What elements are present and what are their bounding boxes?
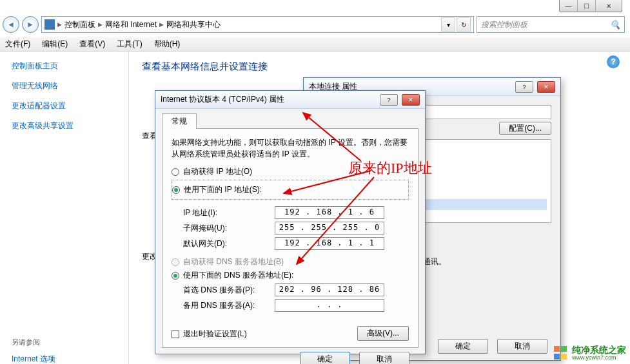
dialog-title-bar[interactable]: Internet 协议版本 4 (TCP/IPv4) 属性 ? ✕ xyxy=(155,91,425,109)
ok-button[interactable]: 确定 xyxy=(300,352,350,364)
dialog-title: Internet 协议版本 4 (TCP/IPv4) 属性 xyxy=(161,94,284,105)
gateway-input[interactable]: 192 . 168 . 1 . 1 xyxy=(275,237,384,250)
minimize-button[interactable]: — xyxy=(560,0,578,12)
validate-on-exit-checkbox[interactable]: 退出时验证设置(L) xyxy=(172,329,247,340)
chevron-right-icon: ▶ xyxy=(57,21,62,28)
cancel-button[interactable]: 取消 xyxy=(359,352,409,364)
annotation-text: 原来的IP地址 xyxy=(348,158,432,178)
menu-tools[interactable]: 工具(T) xyxy=(117,39,142,50)
radio-icon xyxy=(172,186,180,194)
radio-label: 使用下面的 DNS 服务器地址(E): xyxy=(183,270,293,281)
side-panel: 控制面板主页 管理无线网络 更改适配器设置 更改高级共享设置 另请参阅 Inte… xyxy=(0,52,129,364)
tab-general[interactable]: 常规 xyxy=(162,113,197,129)
chevron-right-icon: ▶ xyxy=(98,21,103,28)
refresh-button[interactable]: ↻ xyxy=(457,17,471,32)
ip-address-input[interactable]: 192 . 168 . 1 . 6 xyxy=(275,206,384,219)
help-button[interactable]: ? xyxy=(515,81,533,93)
ipv4-properties-dialog: Internet 协议版本 4 (TCP/IPv4) 属性 ? ✕ 常规 如果网… xyxy=(155,90,426,354)
close-button[interactable]: ✕ xyxy=(596,0,622,12)
menu-view[interactable]: 查看(V) xyxy=(79,39,105,50)
maximize-button[interactable]: ☐ xyxy=(578,0,596,12)
close-button[interactable]: ✕ xyxy=(537,81,555,93)
radio-use-ip[interactable]: 使用下面的 IP 地址(S): xyxy=(172,184,408,195)
dns2-label: 备用 DNS 服务器(A): xyxy=(172,300,275,311)
gateway-label: 默认网关(D): xyxy=(172,238,275,249)
search-icon: 🔍 xyxy=(610,20,620,30)
dns1-label: 首选 DNS 服务器(P): xyxy=(172,285,275,296)
sidebar-link-home[interactable]: 控制面板主页 xyxy=(12,61,117,72)
radio-auto-dns: 自动获得 DNS 服务器地址(B) xyxy=(172,256,409,267)
radio-label: 自动获得 DNS 服务器地址(B) xyxy=(183,256,284,267)
sidebar-link-adapter[interactable]: 更改适配器设置 xyxy=(12,101,117,111)
breadcrumb[interactable]: 网络和共享中心 xyxy=(166,19,221,30)
subnet-mask-input[interactable]: 255 . 255 . 255 . 0 xyxy=(275,222,384,235)
nav-toolbar: ◄ ► ▶ 控制面板 ▶ 网络和 Internet ▶ 网络和共享中心 ▾ ↻ … xyxy=(3,14,625,35)
checkbox-icon xyxy=(172,330,179,338)
page-title: 查看基本网络信息并设置连接 xyxy=(142,61,617,73)
breadcrumb[interactable]: 控制面板 xyxy=(64,19,95,30)
dropdown-button[interactable]: ▾ xyxy=(441,17,455,32)
menu-help[interactable]: 帮助(H) xyxy=(154,39,181,50)
radio-icon xyxy=(172,272,179,280)
chevron-right-icon: ▶ xyxy=(159,21,164,28)
forward-button[interactable]: ► xyxy=(22,16,39,33)
ok-button[interactable]: 确定 xyxy=(438,339,488,354)
cancel-button[interactable]: 取消 xyxy=(497,339,547,354)
menu-edit[interactable]: 编辑(E) xyxy=(42,39,68,50)
menu-bar: 文件(F) 编辑(E) 查看(V) 工具(T) 帮助(H) xyxy=(0,37,630,52)
watermark-logo-icon xyxy=(554,346,568,360)
radio-icon xyxy=(172,258,179,266)
sidebar-link-internet-options[interactable]: Internet 选项 xyxy=(12,354,117,364)
ip-address-label: IP 地址(I): xyxy=(172,207,275,218)
sidebar-link-sharing[interactable]: 更改高级共享设置 xyxy=(12,120,117,131)
dns2-input[interactable]: . . . xyxy=(275,299,384,312)
watermark-title: 纯净系统之家 xyxy=(572,345,626,355)
checkbox-label: 退出时验证设置(L) xyxy=(183,329,247,340)
breadcrumb[interactable]: 网络和 Internet xyxy=(105,19,157,30)
radio-icon xyxy=(172,168,179,176)
dns1-input[interactable]: 202 . 96 . 128 . 86 xyxy=(275,283,384,296)
help-button[interactable]: ? xyxy=(380,94,398,106)
radio-use-dns[interactable]: 使用下面的 DNS 服务器地址(E): xyxy=(172,270,409,281)
search-placeholder: 搜索控制面板 xyxy=(481,19,527,30)
see-also-label: 另请参阅 xyxy=(12,338,117,347)
window-control-group: — ☐ ✕ xyxy=(559,0,622,12)
subnet-mask-label: 子网掩码(U): xyxy=(172,223,275,234)
radio-label: 使用下面的 IP 地址(S): xyxy=(184,184,262,195)
close-button[interactable]: ✕ xyxy=(402,94,420,106)
help-icon[interactable]: ? xyxy=(607,55,620,68)
menu-file[interactable]: 文件(F) xyxy=(5,39,30,50)
back-button[interactable]: ◄ xyxy=(3,16,19,33)
advanced-button[interactable]: 高级(V)... xyxy=(357,326,409,341)
control-panel-icon xyxy=(44,19,55,30)
sidebar-link-wireless[interactable]: 管理无线网络 xyxy=(12,81,117,91)
search-input[interactable]: 搜索控制面板 🔍 xyxy=(477,16,625,33)
configure-button[interactable]: 配置(C)... xyxy=(499,122,551,135)
info-text: 如果网络支持此功能，则可以获取自动指派的 IP 设置。否则，您需要从网络系统管理… xyxy=(172,137,409,160)
tab-strip: 常规 xyxy=(162,113,418,129)
address-bar[interactable]: ▶ 控制面板 ▶ 网络和 Internet ▶ 网络和共享中心 ▾ ↻ xyxy=(41,16,474,33)
radio-label: 自动获得 IP 地址(O) xyxy=(183,166,252,177)
watermark: 纯净系统之家 www.ycwin7.com xyxy=(554,345,626,361)
watermark-url: www.ycwin7.com xyxy=(572,355,626,361)
